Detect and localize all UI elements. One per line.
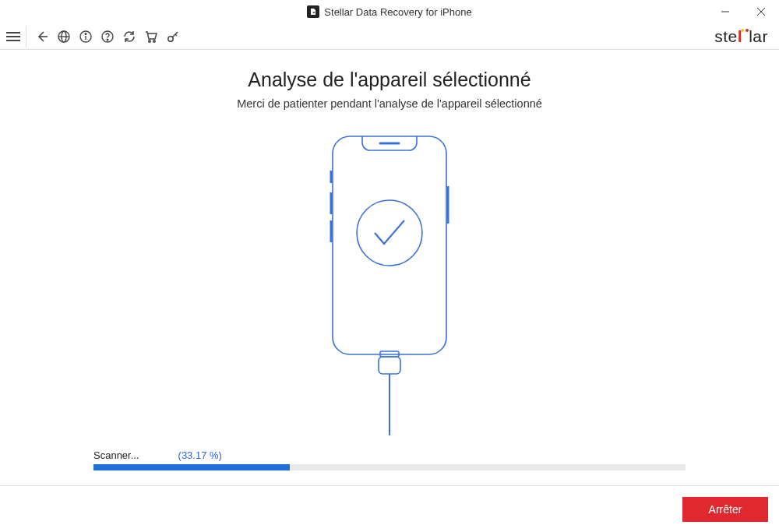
progress-percent-label: (33.17 %) [178, 449, 222, 461]
footer: Arrêter [0, 485, 779, 532]
svg-point-14 [107, 39, 108, 41]
svg-rect-18 [333, 136, 446, 354]
titlebar: Stellar Data Recovery for iPhone [0, 0, 779, 23]
page-heading: Analyse de l'appareil sélectionné [0, 69, 779, 91]
window-controls [707, 0, 779, 23]
refresh-icon[interactable] [118, 26, 140, 48]
progress-status-label: Scanner... [93, 449, 139, 461]
svg-rect-26 [379, 357, 400, 374]
globe-icon[interactable] [53, 26, 75, 48]
help-icon[interactable] [97, 26, 118, 48]
cart-icon[interactable] [140, 26, 162, 48]
svg-point-16 [153, 40, 155, 41]
svg-point-12 [85, 33, 86, 34]
progress-bar [93, 464, 686, 470]
svg-point-24 [357, 200, 422, 266]
progress-fill [93, 464, 290, 470]
key-icon[interactable] [162, 26, 184, 48]
stop-button[interactable]: Arrêter [682, 497, 768, 522]
phone-illustration [0, 132, 779, 435]
svg-point-15 [149, 40, 150, 41]
page-subtitle: Merci de patienter pendant l'analyse de … [0, 97, 779, 110]
menu-icon[interactable] [5, 26, 26, 48]
minimize-button[interactable] [707, 0, 743, 23]
info-icon[interactable] [75, 26, 97, 48]
close-button[interactable] [743, 0, 779, 23]
toolbar: stellar [0, 23, 779, 50]
window-title: Stellar Data Recovery for iPhone [324, 6, 471, 18]
brand-logo: stellar [714, 27, 768, 46]
svg-point-17 [168, 36, 173, 41]
progress-area: Scanner... (33.17 %) [93, 449, 686, 470]
back-icon[interactable] [31, 26, 53, 48]
app-icon [307, 5, 319, 18]
content-area: Analyse de l'appareil sélectionné Merci … [0, 50, 779, 470]
